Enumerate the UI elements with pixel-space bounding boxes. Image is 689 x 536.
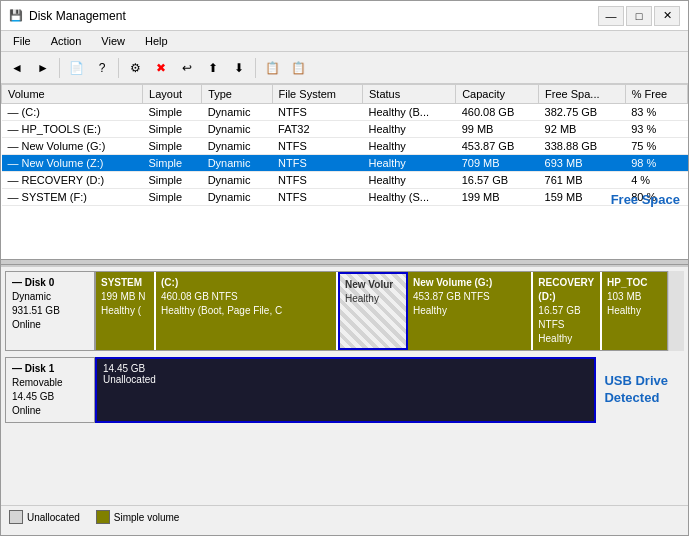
partition-new-z-name: New Volur [345, 278, 401, 292]
table-row[interactable]: — SYSTEM (F:)SimpleDynamicNTFSHealthy (S… [2, 189, 688, 206]
menu-view[interactable]: View [93, 33, 133, 49]
cell-row3-col6: 693 MB [539, 155, 626, 172]
cell-row4-col7: 4 % [625, 172, 687, 189]
partition-c-detail2: Healthy (Boot, Page File, C [161, 304, 331, 318]
partition-system-name: SYSTEM [101, 276, 149, 290]
disk1-partitions: 14.45 GB Unallocated [95, 357, 596, 423]
settings-button[interactable]: ⚙ [123, 56, 147, 80]
volume-table: Volume Layout Type File System Status Ca… [1, 84, 688, 206]
partition-recovery[interactable]: RECOVERY (D:) 16.57 GB NTFS Healthy [533, 272, 602, 350]
cell-row2-col5: 453.87 GB [456, 138, 539, 155]
disk1-row: — Disk 1 Removable 14.45 GB Online 14.45… [5, 357, 684, 423]
cell-row5-col5: 199 MB [456, 189, 539, 206]
menu-help[interactable]: Help [137, 33, 176, 49]
legend-simple-box [96, 510, 110, 524]
disk0-size: 931.51 GB [12, 304, 88, 318]
cell-row0-col6: 382.75 GB [539, 104, 626, 121]
properties-button[interactable]: 📄 [64, 56, 88, 80]
cell-row0-col2: Dynamic [202, 104, 272, 121]
menu-file[interactable]: File [5, 33, 39, 49]
cell-row5-col3: NTFS [272, 189, 363, 206]
table-row[interactable]: — HP_TOOLS (E:)SimpleDynamicFAT32Healthy… [2, 121, 688, 138]
partition-hp-detail1: 103 MB [607, 290, 662, 304]
window-icon: 💾 [9, 9, 23, 22]
extra-button-1[interactable]: 📋 [260, 56, 284, 80]
title-left: 💾 Disk Management [9, 9, 126, 23]
col-status: Status [363, 85, 456, 104]
disk1-size: 14.45 GB [12, 390, 88, 404]
undo-button[interactable]: ↩ [175, 56, 199, 80]
partition-new-g-detail2: Healthy [413, 304, 526, 318]
cell-row1-col7: 93 % [625, 121, 687, 138]
cell-row2-col0: — New Volume (G:) [2, 138, 143, 155]
disk-management-window: 💾 Disk Management — □ ✕ File Action View… [0, 0, 689, 536]
forward-button[interactable]: ► [31, 56, 55, 80]
disk0-label: — Disk 0 Dynamic 931.51 GB Online [5, 271, 95, 351]
cell-row1-col4: Healthy [363, 121, 456, 138]
separator-1 [59, 58, 60, 78]
cell-row5-col1: Simple [143, 189, 202, 206]
cell-row4-col2: Dynamic [202, 172, 272, 189]
cell-row3-col7: 98 % [625, 155, 687, 172]
table-row[interactable]: — RECOVERY (D:)SimpleDynamicNTFSHealthy1… [2, 172, 688, 189]
scrollbar-disk0[interactable] [668, 271, 684, 351]
cell-row1-col3: FAT32 [272, 121, 363, 138]
cell-row5-col2: Dynamic [202, 189, 272, 206]
usb-line1: USB Drive [604, 373, 668, 390]
main-content: Volume Layout Type File System Status Ca… [1, 84, 688, 535]
disk1-name: — Disk 1 [12, 362, 88, 376]
partition-system-detail2: Healthy ( [101, 304, 149, 318]
disk0-row: — Disk 0 Dynamic 931.51 GB Online SYSTEM… [5, 271, 684, 351]
cell-row5-col4: Healthy (S... [363, 189, 456, 206]
down-button[interactable]: ⬇ [227, 56, 251, 80]
partition-recovery-detail1: 16.57 GB NTFS [538, 304, 595, 332]
title-buttons[interactable]: — □ ✕ [598, 6, 680, 26]
unalloc-detail2: Unallocated [103, 374, 588, 385]
table-row[interactable]: — New Volume (Z:)SimpleDynamicNTFSHealth… [2, 155, 688, 172]
cell-row4-col6: 761 MB [539, 172, 626, 189]
col-pct-free: % Free [625, 85, 687, 104]
cell-row1-col6: 92 MB [539, 121, 626, 138]
partition-new-z-detail2: Healthy [345, 292, 401, 306]
menu-action[interactable]: Action [43, 33, 90, 49]
cell-row0-col3: NTFS [272, 104, 363, 121]
separator-3 [255, 58, 256, 78]
partition-hp-name: HP_TOC [607, 276, 662, 290]
partition-new-vol-g[interactable]: New Volume (G:) 453.87 GB NTFS Healthy [408, 272, 533, 350]
cell-row0-col1: Simple [143, 104, 202, 121]
disk1-status: Online [12, 404, 88, 418]
extra-button-2[interactable]: 📋 [286, 56, 310, 80]
partition-c[interactable]: (C:) 460.08 GB NTFS Healthy (Boot, Page … [156, 272, 338, 350]
legend-simple-volume: Simple volume [96, 510, 180, 524]
cell-row3-col0: — New Volume (Z:) [2, 155, 143, 172]
back-button[interactable]: ◄ [5, 56, 29, 80]
partition-recovery-name: RECOVERY (D:) [538, 276, 595, 304]
cell-row1-col0: — HP_TOOLS (E:) [2, 121, 143, 138]
partition-hp-tools[interactable]: HP_TOC 103 MB Healthy [602, 272, 667, 350]
col-filesystem: File System [272, 85, 363, 104]
table-row[interactable]: — New Volume (G:)SimpleDynamicNTFSHealth… [2, 138, 688, 155]
partition-unallocated[interactable]: 14.45 GB Unallocated [97, 359, 594, 421]
partition-new-z[interactable]: New Volur Healthy [338, 272, 408, 350]
cell-row3-col2: Dynamic [202, 155, 272, 172]
partition-system-detail1: 199 MB N [101, 290, 149, 304]
title-bar: 💾 Disk Management — □ ✕ [1, 1, 688, 31]
close-button[interactable]: ✕ [654, 6, 680, 26]
cell-row5-col6: 159 MB [539, 189, 626, 206]
legend-unalloc-box [9, 510, 23, 524]
cell-row5-col0: — SYSTEM (F:) [2, 189, 143, 206]
maximize-button[interactable]: □ [626, 6, 652, 26]
delete-button[interactable]: ✖ [149, 56, 173, 80]
partition-c-name: (C:) [161, 276, 331, 290]
up-button[interactable]: ⬆ [201, 56, 225, 80]
minimize-button[interactable]: — [598, 6, 624, 26]
menu-bar: File Action View Help [1, 31, 688, 52]
disk0-name: — Disk 0 [12, 276, 88, 290]
partition-system[interactable]: SYSTEM 199 MB N Healthy ( [96, 272, 156, 350]
help-button[interactable]: ? [90, 56, 114, 80]
disk0-partitions: SYSTEM 199 MB N Healthy ( (C:) 460.08 GB… [95, 271, 668, 351]
table-row[interactable]: — (C:)SimpleDynamicNTFSHealthy (B...460.… [2, 104, 688, 121]
cell-row4-col3: NTFS [272, 172, 363, 189]
cell-row3-col3: NTFS [272, 155, 363, 172]
cell-row3-col5: 709 MB [456, 155, 539, 172]
